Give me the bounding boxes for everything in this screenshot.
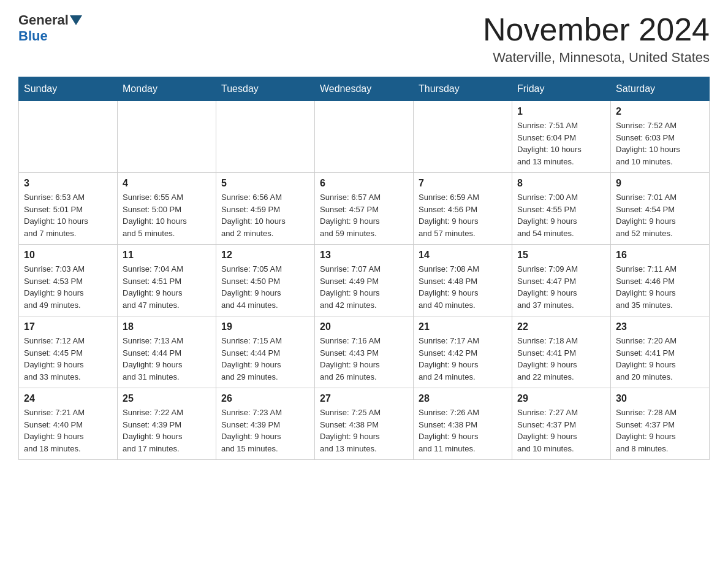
weekday-header-friday: Friday [512, 77, 611, 101]
calendar-cell: 29Sunrise: 7:27 AMSunset: 4:37 PMDayligh… [512, 388, 611, 460]
day-info: Sunrise: 7:20 AMSunset: 4:41 PMDaylight:… [616, 335, 704, 383]
day-info: Sunrise: 7:03 AMSunset: 4:53 PMDaylight:… [24, 263, 112, 311]
day-info: Sunrise: 7:11 AMSunset: 4:46 PMDaylight:… [616, 263, 704, 311]
calendar-cell: 4Sunrise: 6:55 AMSunset: 5:00 PMDaylight… [118, 173, 216, 245]
day-number: 13 [320, 250, 408, 261]
calendar-cell: 3Sunrise: 6:53 AMSunset: 5:01 PMDaylight… [19, 173, 118, 245]
calendar-cell: 10Sunrise: 7:03 AMSunset: 4:53 PMDayligh… [19, 245, 118, 316]
logo-triangle-icon [70, 15, 82, 25]
day-info: Sunrise: 7:52 AMSunset: 6:03 PMDaylight:… [616, 120, 704, 167]
calendar-cell: 7Sunrise: 6:59 AMSunset: 4:56 PMDaylight… [414, 173, 512, 245]
day-number: 5 [221, 178, 309, 189]
day-number: 19 [221, 321, 309, 332]
day-number: 7 [419, 178, 507, 189]
day-info: Sunrise: 7:28 AMSunset: 4:37 PMDaylight:… [616, 407, 704, 454]
day-number: 20 [320, 321, 408, 332]
title-block: November 2024 Waterville, Minnesota, Uni… [483, 12, 710, 66]
calendar-cell: 17Sunrise: 7:12 AMSunset: 4:45 PMDayligh… [19, 316, 118, 388]
calendar-cell: 8Sunrise: 7:00 AMSunset: 4:55 PMDaylight… [512, 173, 611, 245]
day-number: 14 [419, 250, 507, 261]
calendar-table: SundayMondayTuesdayWednesdayThursdayFrid… [18, 77, 710, 460]
calendar-cell: 11Sunrise: 7:04 AMSunset: 4:51 PMDayligh… [118, 245, 216, 316]
calendar-cell [118, 101, 216, 173]
day-info: Sunrise: 7:00 AMSunset: 4:55 PMDaylight:… [517, 191, 605, 239]
calendar-cell: 28Sunrise: 7:26 AMSunset: 4:38 PMDayligh… [414, 388, 512, 460]
day-number: 17 [24, 321, 112, 332]
day-number: 1 [517, 106, 605, 117]
location-title: Waterville, Minnesota, United States [483, 50, 710, 66]
calendar-cell: 1Sunrise: 7:51 AMSunset: 6:04 PMDaylight… [512, 101, 611, 173]
calendar-cell [315, 101, 414, 173]
calendar-cell: 5Sunrise: 6:56 AMSunset: 4:59 PMDaylight… [216, 173, 315, 245]
day-info: Sunrise: 7:18 AMSunset: 4:41 PMDaylight:… [517, 335, 605, 383]
day-info: Sunrise: 7:07 AMSunset: 4:49 PMDaylight:… [320, 263, 408, 311]
day-info: Sunrise: 7:25 AMSunset: 4:38 PMDaylight:… [320, 407, 408, 454]
week-row-3: 10Sunrise: 7:03 AMSunset: 4:53 PMDayligh… [19, 245, 710, 316]
calendar-cell: 24Sunrise: 7:21 AMSunset: 4:40 PMDayligh… [19, 388, 118, 460]
day-info: Sunrise: 7:17 AMSunset: 4:42 PMDaylight:… [419, 335, 507, 383]
calendar-cell: 27Sunrise: 7:25 AMSunset: 4:38 PMDayligh… [315, 388, 414, 460]
day-number: 11 [123, 250, 211, 261]
day-number: 16 [616, 250, 704, 261]
week-row-2: 3Sunrise: 6:53 AMSunset: 5:01 PMDaylight… [19, 173, 710, 245]
day-info: Sunrise: 7:04 AMSunset: 4:51 PMDaylight:… [123, 263, 211, 311]
day-info: Sunrise: 7:13 AMSunset: 4:44 PMDaylight:… [123, 335, 211, 383]
calendar-cell: 22Sunrise: 7:18 AMSunset: 4:41 PMDayligh… [512, 316, 611, 388]
day-info: Sunrise: 7:05 AMSunset: 4:50 PMDaylight:… [221, 263, 309, 311]
weekday-header-wednesday: Wednesday [315, 77, 414, 101]
day-info: Sunrise: 7:08 AMSunset: 4:48 PMDaylight:… [419, 263, 507, 311]
calendar-cell: 30Sunrise: 7:28 AMSunset: 4:37 PMDayligh… [611, 388, 710, 460]
calendar-cell: 26Sunrise: 7:23 AMSunset: 4:39 PMDayligh… [216, 388, 315, 460]
calendar-cell: 20Sunrise: 7:16 AMSunset: 4:43 PMDayligh… [315, 316, 414, 388]
calendar-cell [216, 101, 315, 173]
calendar-cell: 6Sunrise: 6:57 AMSunset: 4:57 PMDaylight… [315, 173, 414, 245]
calendar-cell: 14Sunrise: 7:08 AMSunset: 4:48 PMDayligh… [414, 245, 512, 316]
day-number: 28 [419, 393, 507, 404]
day-info: Sunrise: 6:55 AMSunset: 5:00 PMDaylight:… [123, 191, 211, 239]
logo-blue-text: Blue [18, 28, 48, 44]
day-number: 26 [221, 393, 309, 404]
day-info: Sunrise: 7:26 AMSunset: 4:38 PMDaylight:… [419, 407, 507, 454]
day-info: Sunrise: 7:51 AMSunset: 6:04 PMDaylight:… [517, 120, 605, 167]
day-number: 9 [616, 178, 704, 189]
day-number: 2 [616, 106, 704, 117]
calendar-cell: 19Sunrise: 7:15 AMSunset: 4:44 PMDayligh… [216, 316, 315, 388]
day-number: 21 [419, 321, 507, 332]
day-number: 12 [221, 250, 309, 261]
calendar-cell: 2Sunrise: 7:52 AMSunset: 6:03 PMDaylight… [611, 101, 710, 173]
day-number: 27 [320, 393, 408, 404]
day-info: Sunrise: 7:27 AMSunset: 4:37 PMDaylight:… [517, 407, 605, 454]
weekday-header-row: SundayMondayTuesdayWednesdayThursdayFrid… [19, 77, 710, 101]
calendar-cell: 15Sunrise: 7:09 AMSunset: 4:47 PMDayligh… [512, 245, 611, 316]
day-info: Sunrise: 6:59 AMSunset: 4:56 PMDaylight:… [419, 191, 507, 239]
day-number: 8 [517, 178, 605, 189]
day-info: Sunrise: 7:12 AMSunset: 4:45 PMDaylight:… [24, 335, 112, 383]
day-info: Sunrise: 7:01 AMSunset: 4:54 PMDaylight:… [616, 191, 704, 239]
week-row-5: 24Sunrise: 7:21 AMSunset: 4:40 PMDayligh… [19, 388, 710, 460]
weekday-header-tuesday: Tuesday [216, 77, 315, 101]
day-number: 6 [320, 178, 408, 189]
weekday-header-monday: Monday [118, 77, 216, 101]
day-number: 22 [517, 321, 605, 332]
day-info: Sunrise: 7:21 AMSunset: 4:40 PMDaylight:… [24, 407, 112, 454]
calendar-cell: 25Sunrise: 7:22 AMSunset: 4:39 PMDayligh… [118, 388, 216, 460]
day-number: 23 [616, 321, 704, 332]
calendar-cell [19, 101, 118, 173]
day-info: Sunrise: 7:22 AMSunset: 4:39 PMDaylight:… [123, 407, 211, 454]
weekday-header-saturday: Saturday [611, 77, 710, 101]
calendar-cell: 23Sunrise: 7:20 AMSunset: 4:41 PMDayligh… [611, 316, 710, 388]
day-number: 3 [24, 178, 112, 189]
logo: General Blue [18, 12, 83, 44]
calendar-cell: 21Sunrise: 7:17 AMSunset: 4:42 PMDayligh… [414, 316, 512, 388]
logo-general-text: General [18, 12, 69, 28]
week-row-1: 1Sunrise: 7:51 AMSunset: 6:04 PMDaylight… [19, 101, 710, 173]
day-number: 29 [517, 393, 605, 404]
weekday-header-thursday: Thursday [414, 77, 512, 101]
calendar-cell: 16Sunrise: 7:11 AMSunset: 4:46 PMDayligh… [611, 245, 710, 316]
weekday-header-sunday: Sunday [19, 77, 118, 101]
day-number: 24 [24, 393, 112, 404]
week-row-4: 17Sunrise: 7:12 AMSunset: 4:45 PMDayligh… [19, 316, 710, 388]
day-number: 10 [24, 250, 112, 261]
calendar-cell: 13Sunrise: 7:07 AMSunset: 4:49 PMDayligh… [315, 245, 414, 316]
day-number: 30 [616, 393, 704, 404]
